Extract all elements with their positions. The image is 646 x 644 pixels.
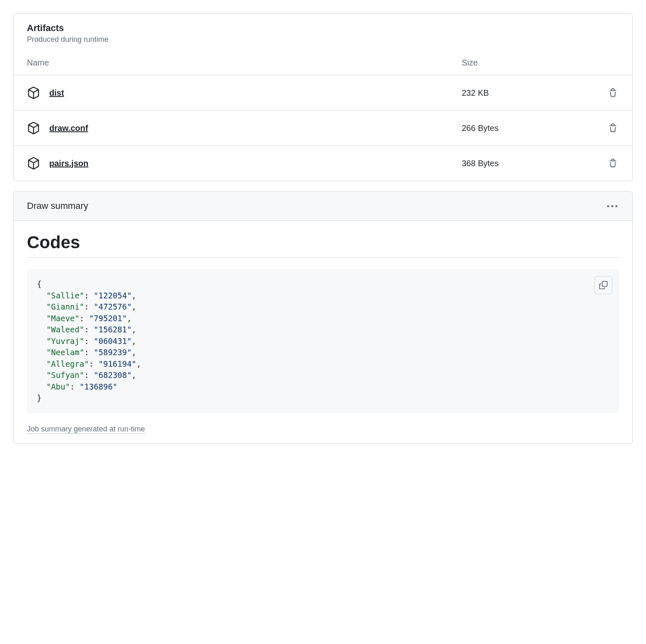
artifact-name-link[interactable]: dist <box>49 88 64 98</box>
artifact-name-link[interactable]: draw.conf <box>49 123 88 133</box>
package-icon <box>27 86 40 99</box>
summary-body: Codes { "Sallie": "122054", "Gianni": "4… <box>14 221 632 443</box>
footer-link[interactable]: Job summary generated at run-time <box>27 425 145 434</box>
artifact-rows: dist 232 KB draw.conf 266 Bytes pairs.js… <box>14 75 632 181</box>
artifact-name-cell: draw.conf <box>27 121 462 135</box>
artifact-size: 266 Bytes <box>462 123 594 133</box>
code-content: { "Sallie": "122054", "Gianni": "472576"… <box>37 278 609 404</box>
delete-artifact-button[interactable] <box>607 157 619 169</box>
summary-header: Draw summary <box>14 191 632 221</box>
copy-button[interactable] <box>594 276 612 294</box>
trash-icon <box>608 88 617 97</box>
artifact-name-link[interactable]: pairs.json <box>49 159 88 168</box>
artifact-row: dist 232 KB <box>14 75 632 110</box>
delete-artifact-button[interactable] <box>607 87 619 99</box>
artifact-row: draw.conf 266 Bytes <box>14 110 632 145</box>
artifact-name-cell: pairs.json <box>27 157 462 170</box>
codes-heading: Codes <box>27 232 619 258</box>
artifact-size: 368 Bytes <box>462 159 594 168</box>
artifacts-panel: Artifacts Produced during runtime Name S… <box>13 13 633 181</box>
artifacts-header: Artifacts Produced during runtime <box>14 14 632 48</box>
column-header-size: Size <box>462 58 594 68</box>
column-header-actions <box>594 58 619 68</box>
artifact-name-cell: dist <box>27 86 462 99</box>
summary-title: Draw summary <box>27 201 88 211</box>
trash-icon <box>608 159 617 168</box>
artifacts-table-header: Name Size <box>14 48 632 75</box>
artifact-size: 232 KB <box>462 88 594 98</box>
summary-panel: Draw summary Codes { "Sallie": "122054",… <box>13 191 633 444</box>
artifacts-subtitle: Produced during runtime <box>27 35 619 44</box>
kebab-icon <box>607 205 617 207</box>
column-header-name: Name <box>27 58 462 68</box>
delete-artifact-button[interactable] <box>607 122 619 134</box>
artifacts-title: Artifacts <box>27 23 619 34</box>
summary-menu-button[interactable] <box>605 203 619 209</box>
trash-icon <box>608 123 617 133</box>
code-block: { "Sallie": "122054", "Gianni": "472576"… <box>27 269 619 413</box>
artifact-actions <box>594 157 619 169</box>
package-icon <box>27 157 40 170</box>
artifact-row: pairs.json 368 Bytes <box>14 145 632 181</box>
artifact-actions <box>594 122 619 134</box>
copy-icon <box>599 281 607 289</box>
package-icon <box>27 121 40 135</box>
artifact-actions <box>594 87 619 99</box>
